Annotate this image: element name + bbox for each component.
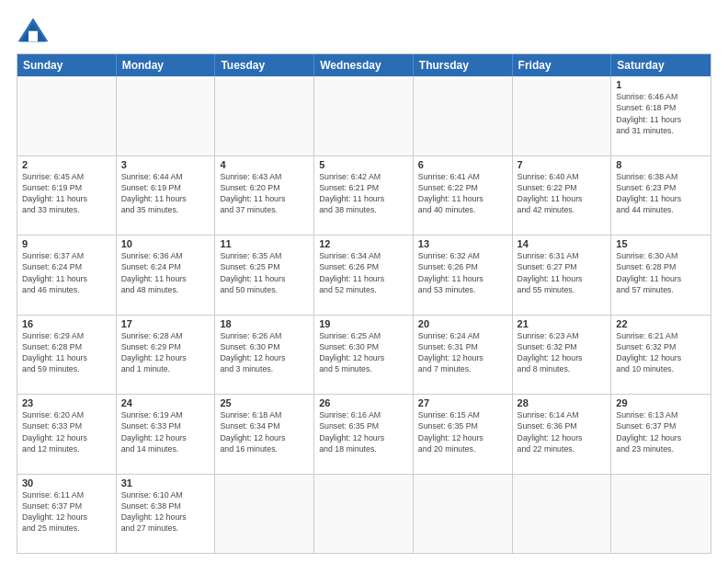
day-number: 12: [319, 238, 408, 249]
day-info: Sunrise: 6:35 AM Sunset: 6:25 PM Dayligh…: [220, 250, 309, 295]
day-cell-25: 25Sunrise: 6:18 AM Sunset: 6:34 PM Dayli…: [215, 395, 314, 474]
day-info: Sunrise: 6:30 AM Sunset: 6:28 PM Dayligh…: [616, 250, 706, 295]
day-number: 31: [121, 477, 210, 488]
day-number: 1: [616, 79, 706, 90]
day-info: Sunrise: 6:29 AM Sunset: 6:28 PM Dayligh…: [22, 330, 111, 375]
logo: [17, 17, 53, 44]
day-info: Sunrise: 6:43 AM Sunset: 6:20 PM Dayligh…: [220, 171, 309, 216]
logo-icon: [17, 17, 50, 44]
day-info: Sunrise: 6:26 AM Sunset: 6:30 PM Dayligh…: [220, 330, 309, 375]
calendar-row-4: 23Sunrise: 6:20 AM Sunset: 6:33 PM Dayli…: [17, 394, 711, 474]
day-number: 8: [616, 159, 706, 170]
day-number: 2: [22, 159, 111, 170]
empty-cell-5-6: [611, 475, 711, 554]
empty-cell-5-3: [314, 475, 414, 554]
day-number: 13: [418, 238, 507, 249]
day-info: Sunrise: 6:32 AM Sunset: 6:26 PM Dayligh…: [418, 250, 507, 295]
day-cell-14: 14Sunrise: 6:31 AM Sunset: 6:27 PM Dayli…: [513, 236, 612, 315]
page: SundayMondayTuesdayWednesdayThursdayFrid…: [0, 0, 728, 563]
day-cell-23: 23Sunrise: 6:20 AM Sunset: 6:33 PM Dayli…: [17, 395, 117, 474]
day-number: 29: [616, 397, 706, 408]
empty-cell-0-2: [215, 76, 314, 155]
weekday-header-saturday: Saturday: [611, 54, 711, 76]
day-number: 19: [319, 318, 408, 329]
day-cell-6: 6Sunrise: 6:41 AM Sunset: 6:22 PM Daylig…: [414, 156, 513, 236]
day-cell-11: 11Sunrise: 6:35 AM Sunset: 6:25 PM Dayli…: [215, 236, 314, 315]
header: [17, 17, 711, 44]
day-cell-26: 26Sunrise: 6:16 AM Sunset: 6:35 PM Dayli…: [314, 395, 414, 474]
day-cell-24: 24Sunrise: 6:19 AM Sunset: 6:33 PM Dayli…: [117, 395, 216, 474]
day-number: 15: [616, 238, 706, 249]
calendar-row-1: 2Sunrise: 6:45 AM Sunset: 6:19 PM Daylig…: [17, 155, 711, 236]
day-info: Sunrise: 6:46 AM Sunset: 6:18 PM Dayligh…: [616, 91, 706, 136]
day-cell-19: 19Sunrise: 6:25 AM Sunset: 6:30 PM Dayli…: [314, 316, 414, 395]
calendar-header: SundayMondayTuesdayWednesdayThursdayFrid…: [17, 54, 711, 76]
day-number: 3: [121, 159, 210, 170]
calendar-row-2: 9Sunrise: 6:37 AM Sunset: 6:24 PM Daylig…: [17, 235, 711, 315]
day-info: Sunrise: 6:16 AM Sunset: 6:35 PM Dayligh…: [319, 409, 408, 454]
day-info: Sunrise: 6:36 AM Sunset: 6:24 PM Dayligh…: [121, 250, 210, 295]
weekday-header-monday: Monday: [117, 54, 216, 76]
day-info: Sunrise: 6:42 AM Sunset: 6:21 PM Dayligh…: [319, 171, 408, 216]
day-info: Sunrise: 6:28 AM Sunset: 6:29 PM Dayligh…: [121, 330, 210, 375]
day-cell-31: 31Sunrise: 6:10 AM Sunset: 6:38 PM Dayli…: [117, 475, 216, 554]
day-cell-22: 22Sunrise: 6:21 AM Sunset: 6:32 PM Dayli…: [611, 316, 711, 395]
day-info: Sunrise: 6:21 AM Sunset: 6:32 PM Dayligh…: [616, 330, 706, 375]
day-number: 26: [319, 397, 408, 408]
day-number: 6: [418, 159, 507, 170]
day-number: 14: [518, 238, 607, 249]
day-number: 27: [418, 397, 507, 408]
day-cell-1: 1Sunrise: 6:46 AM Sunset: 6:18 PM Daylig…: [611, 76, 711, 155]
day-number: 24: [121, 397, 210, 408]
weekday-header-tuesday: Tuesday: [215, 54, 314, 76]
day-number: 10: [121, 238, 210, 249]
day-number: 18: [220, 318, 309, 329]
day-cell-17: 17Sunrise: 6:28 AM Sunset: 6:29 PM Dayli…: [117, 316, 216, 395]
day-info: Sunrise: 6:44 AM Sunset: 6:19 PM Dayligh…: [121, 171, 210, 216]
day-cell-16: 16Sunrise: 6:29 AM Sunset: 6:28 PM Dayli…: [17, 316, 117, 395]
day-number: 21: [518, 318, 607, 329]
weekday-header-wednesday: Wednesday: [314, 54, 414, 76]
day-cell-21: 21Sunrise: 6:23 AM Sunset: 6:32 PM Dayli…: [513, 316, 612, 395]
day-number: 9: [22, 238, 111, 249]
day-info: Sunrise: 6:10 AM Sunset: 6:38 PM Dayligh…: [121, 489, 210, 534]
day-info: Sunrise: 6:31 AM Sunset: 6:27 PM Dayligh…: [518, 250, 607, 295]
day-number: 4: [220, 159, 309, 170]
day-info: Sunrise: 6:24 AM Sunset: 6:31 PM Dayligh…: [418, 330, 507, 375]
day-cell-5: 5Sunrise: 6:42 AM Sunset: 6:21 PM Daylig…: [314, 156, 414, 236]
day-cell-9: 9Sunrise: 6:37 AM Sunset: 6:24 PM Daylig…: [17, 236, 117, 315]
day-cell-12: 12Sunrise: 6:34 AM Sunset: 6:26 PM Dayli…: [314, 236, 414, 315]
day-cell-4: 4Sunrise: 6:43 AM Sunset: 6:20 PM Daylig…: [215, 156, 314, 236]
day-info: Sunrise: 6:34 AM Sunset: 6:26 PM Dayligh…: [319, 250, 408, 295]
day-info: Sunrise: 6:23 AM Sunset: 6:32 PM Dayligh…: [518, 330, 607, 375]
day-number: 22: [616, 318, 706, 329]
svg-rect-2: [28, 31, 38, 41]
day-info: Sunrise: 6:25 AM Sunset: 6:30 PM Dayligh…: [319, 330, 408, 375]
day-info: Sunrise: 6:14 AM Sunset: 6:36 PM Dayligh…: [518, 409, 607, 454]
day-cell-30: 30Sunrise: 6:11 AM Sunset: 6:37 PM Dayli…: [17, 475, 117, 554]
calendar-body: 1Sunrise: 6:46 AM Sunset: 6:18 PM Daylig…: [17, 76, 711, 553]
empty-cell-0-0: [17, 76, 117, 155]
calendar: SundayMondayTuesdayWednesdayThursdayFrid…: [17, 53, 711, 554]
day-number: 23: [22, 397, 111, 408]
day-cell-28: 28Sunrise: 6:14 AM Sunset: 6:36 PM Dayli…: [513, 395, 612, 474]
empty-cell-0-5: [513, 76, 612, 155]
day-cell-20: 20Sunrise: 6:24 AM Sunset: 6:31 PM Dayli…: [414, 316, 513, 395]
empty-cell-5-5: [513, 475, 612, 554]
day-info: Sunrise: 6:45 AM Sunset: 6:19 PM Dayligh…: [22, 171, 111, 216]
day-info: Sunrise: 6:18 AM Sunset: 6:34 PM Dayligh…: [220, 409, 309, 454]
day-cell-27: 27Sunrise: 6:15 AM Sunset: 6:35 PM Dayli…: [414, 395, 513, 474]
calendar-row-0: 1Sunrise: 6:46 AM Sunset: 6:18 PM Daylig…: [17, 76, 711, 155]
day-info: Sunrise: 6:11 AM Sunset: 6:37 PM Dayligh…: [22, 489, 111, 534]
day-info: Sunrise: 6:20 AM Sunset: 6:33 PM Dayligh…: [22, 409, 111, 454]
day-cell-8: 8Sunrise: 6:38 AM Sunset: 6:23 PM Daylig…: [611, 156, 711, 236]
day-cell-2: 2Sunrise: 6:45 AM Sunset: 6:19 PM Daylig…: [17, 156, 117, 236]
day-cell-10: 10Sunrise: 6:36 AM Sunset: 6:24 PM Dayli…: [117, 236, 216, 315]
day-cell-3: 3Sunrise: 6:44 AM Sunset: 6:19 PM Daylig…: [117, 156, 216, 236]
weekday-header-friday: Friday: [513, 54, 612, 76]
day-cell-7: 7Sunrise: 6:40 AM Sunset: 6:22 PM Daylig…: [513, 156, 612, 236]
calendar-row-5: 30Sunrise: 6:11 AM Sunset: 6:37 PM Dayli…: [17, 474, 711, 554]
calendar-row-3: 16Sunrise: 6:29 AM Sunset: 6:28 PM Dayli…: [17, 315, 711, 395]
day-number: 5: [319, 159, 408, 170]
day-number: 11: [220, 238, 309, 249]
